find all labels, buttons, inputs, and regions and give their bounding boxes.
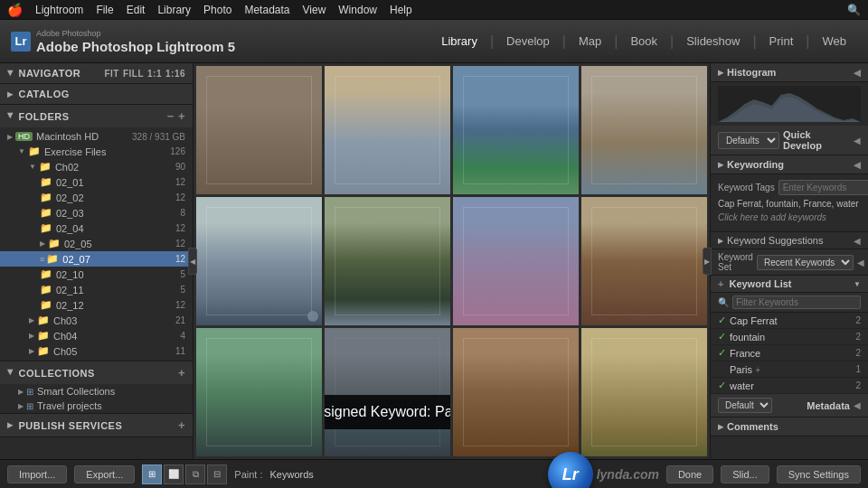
panel-collapse-right[interactable]: ▶ (703, 248, 712, 275)
folders-plus-btn[interactable]: + (178, 109, 185, 123)
menubar-window[interactable]: Window (338, 4, 377, 16)
panel-collapse-left[interactable]: ◀ (188, 248, 197, 275)
folder-ch04[interactable]: ▶ 📁 Ch04 4 (0, 328, 193, 343)
keyword-set-arrow[interactable]: ◀ (857, 258, 864, 267)
collection-travel[interactable]: ▶ ⊞ Travel projects (0, 399, 193, 413)
photo-cell-6[interactable] (325, 197, 450, 325)
folder-0205[interactable]: ▶ 📁 02_05 12 (0, 236, 193, 251)
nav-slideshow[interactable]: Slideshow (675, 31, 750, 52)
keyword-item-fountain[interactable]: ✓ fountain 2 (711, 329, 868, 345)
keyword-item-france[interactable]: ✓ France 2 (711, 345, 868, 361)
done-button[interactable]: Done (666, 465, 713, 483)
menubar-view[interactable]: View (303, 4, 326, 16)
nav-1-16[interactable]: 1:16 (165, 69, 185, 79)
ch04-tri: ▶ (29, 332, 34, 340)
photo-cell-9[interactable] (196, 328, 322, 456)
photo-cell-11[interactable] (453, 328, 579, 456)
folder-0211[interactable]: 📁 02_11 5 (0, 282, 193, 297)
catalog-header[interactable]: ▶ Catalog (0, 84, 193, 104)
publish-services-header[interactable]: ▶ Publish Services + (0, 414, 193, 436)
keywording-collapse-arrow[interactable]: ◀ (854, 160, 861, 170)
collections-header[interactable]: ▶ Collections + (0, 361, 193, 384)
survey-view-icon[interactable]: ⊟ (207, 465, 227, 484)
photo-cell-4[interactable] (581, 66, 707, 194)
histogram-header[interactable]: ▶ Histogram ◀ (711, 63, 868, 82)
folder-macintosh-hd[interactable]: ▶ HD Macintosh HD 328 / 931 GB (0, 129, 193, 144)
keyword-click-add[interactable]: Click here to add keywords (718, 212, 861, 222)
keyword-input[interactable] (778, 180, 868, 195)
nav-fit[interactable]: FIT (104, 69, 119, 79)
keyword-set-select[interactable]: Recent Keywords (757, 255, 854, 270)
quick-develop-preset-select[interactable]: Defaults (718, 132, 779, 149)
folder-0207[interactable]: ≡ 📁 02_07 12 (0, 251, 193, 267)
folder-0212[interactable]: 📁 02_12 12 (0, 297, 193, 313)
nav-fill[interactable]: FILL (123, 69, 144, 79)
menubar-metadata[interactable]: Metadata (244, 4, 289, 16)
folder-0204[interactable]: 📁 02_04 12 (0, 221, 193, 236)
photo-cell-5[interactable] (196, 197, 322, 325)
metadata-collapse-arrow[interactable]: ◀ (854, 400, 861, 410)
folder-0202[interactable]: 📁 02_02 12 (0, 190, 193, 205)
comments-header[interactable]: ▶ Comments (711, 418, 868, 436)
grid-view-icon[interactable]: ⊞ (142, 465, 162, 484)
sync-settings-button[interactable]: Sync Settings (777, 465, 861, 483)
nav-library[interactable]: Library (430, 31, 488, 52)
metadata-header[interactable]: Default Metadata ◀ (711, 394, 868, 418)
qd-collapse-arrow[interactable]: ◀ (854, 136, 861, 145)
keyword-suggestions-header[interactable]: ▶ Keyword Suggestions ◀ (711, 232, 868, 249)
loupe-view-icon[interactable]: ⬜ (164, 465, 184, 484)
menubar-lightroom[interactable]: Lightroom (35, 4, 83, 16)
folder-ch05[interactable]: ▶ 📁 Ch05 11 (0, 343, 193, 359)
folders-header[interactable]: ▶ Folders − + (0, 105, 193, 127)
nav-book[interactable]: Book (619, 31, 668, 52)
photo-cell-3[interactable] (453, 66, 579, 194)
publish-plus-btn[interactable]: + (178, 418, 185, 432)
search-icon[interactable]: 🔍 (847, 4, 861, 16)
navigator-header[interactable]: ▶ Navigator FIT FILL 1:1 1:16 (0, 63, 193, 83)
keyword-item-paris[interactable]: ✓ Paris + 1 (711, 361, 868, 378)
collections-plus-btn[interactable]: + (178, 366, 185, 380)
menubar-edit[interactable]: Edit (127, 4, 146, 16)
export-button[interactable]: Export... (74, 465, 135, 483)
folder-0201[interactable]: 📁 02_01 12 (0, 174, 193, 190)
compare-view-icon[interactable]: ⧉ (185, 465, 205, 484)
nav-map[interactable]: Map (568, 31, 612, 52)
menubar-file[interactable]: File (96, 4, 113, 16)
histogram-collapse-arrow[interactable]: ◀ (854, 68, 861, 78)
folders-minus-btn[interactable]: − (167, 109, 175, 123)
nav-develop[interactable]: Develop (495, 31, 561, 52)
collection-smart[interactable]: ▶ ⊞ Smart Collections (0, 384, 193, 399)
keyword-item-water[interactable]: ✓ water 2 (711, 378, 868, 394)
photo-cell-2[interactable] (325, 66, 450, 194)
photo-cell-1[interactable] (196, 66, 322, 194)
import-button[interactable]: Import... (7, 465, 67, 483)
nav-sep-4: | (670, 33, 674, 50)
slideshow-button[interactable]: Slid... (721, 465, 769, 483)
metadata-preset-select[interactable]: Default (718, 398, 772, 413)
folder-ch03[interactable]: ▶ 📁 Ch03 21 (0, 313, 193, 328)
nav-print[interactable]: Print (759, 31, 805, 52)
nav-web[interactable]: Web (812, 31, 858, 52)
ks-collapse-arrow[interactable]: ◀ (854, 236, 861, 246)
photo-cell-8[interactable] (581, 197, 707, 325)
apple-menu[interactable]: 🍎 (7, 3, 23, 17)
folder-0210[interactable]: 📁 02_10 5 (0, 267, 193, 282)
keyword-list-header[interactable]: + Keyword List ▼ (711, 276, 868, 293)
keyword-item-capferrat[interactable]: ✓ Cap Ferrat 2 (711, 313, 868, 329)
menubar-library[interactable]: Library (157, 4, 191, 16)
photo-cell-7[interactable] (453, 197, 579, 325)
keyword-list-arrow[interactable]: ▼ (854, 280, 861, 288)
quick-develop-header[interactable]: Defaults Quick Develop ◀ (711, 126, 868, 155)
folder-ch02[interactable]: ▼ 📁 Ch02 90 (0, 159, 193, 174)
menubar-photo[interactable]: Photo (203, 4, 231, 16)
photo-cell-10[interactable]: Assigned Keyword: Paris (325, 328, 450, 456)
folder-exercise-files[interactable]: ▼ 📁 Exercise Files 126 (0, 144, 193, 159)
keyword-list-plus[interactable]: + (718, 278, 723, 289)
keyword-filter-input[interactable] (732, 296, 861, 309)
keywording-header[interactable]: ▶ Keywording ◀ (711, 155, 868, 174)
photo-cell-12[interactable] (581, 328, 707, 456)
menubar-help[interactable]: Help (390, 4, 412, 16)
nav-1-1[interactable]: 1:1 (147, 69, 162, 79)
folder-0203[interactable]: 📁 02_03 8 (0, 205, 193, 221)
folder-0205-label: 02_05 (64, 239, 92, 249)
